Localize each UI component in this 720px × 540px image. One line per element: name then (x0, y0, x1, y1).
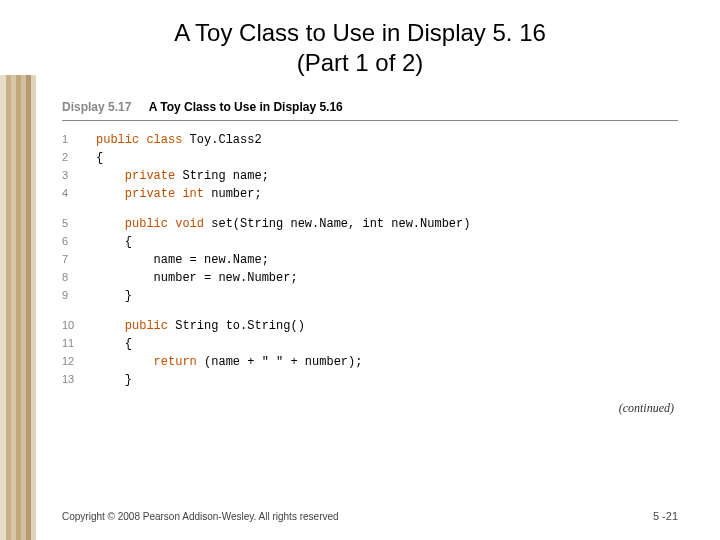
line-number: 8 (62, 269, 96, 287)
slide-title: A Toy Class to Use in Display 5. 16 (Par… (0, 0, 720, 78)
code-text: private String name; (96, 167, 269, 185)
code-text: } (96, 371, 132, 389)
keyword: public void (125, 217, 204, 231)
title-line-1: A Toy Class to Use in Display 5. 16 (174, 19, 546, 46)
code-text: { (96, 335, 132, 353)
code-line: 1public class Toy.Class2 (62, 131, 678, 149)
code-line: 8 number = new.Number; (62, 269, 678, 287)
code-line: 5 public void set(String new.Name, int n… (62, 215, 678, 233)
code-text: number = new.Number; (96, 269, 298, 287)
code-block: 1public class Toy.Class22{3 private Stri… (62, 131, 678, 203)
code-text: } (96, 287, 132, 305)
code-text: public void set(String new.Name, int new… (96, 215, 470, 233)
line-number: 9 (62, 287, 96, 305)
keyword: public class (96, 133, 182, 147)
line-number: 10 (62, 317, 96, 335)
line-number: 12 (62, 353, 96, 371)
code-text: public String to.String() (96, 317, 305, 335)
code-block: 5 public void set(String new.Name, int n… (62, 215, 678, 305)
line-number: 1 (62, 131, 96, 149)
code-block: 10 public String to.String()11 {12 retur… (62, 317, 678, 389)
line-number: 13 (62, 371, 96, 389)
title-line-2: (Part 1 of 2) (297, 49, 424, 76)
line-number: 6 (62, 233, 96, 251)
display-box: Display 5.17 A Toy Class to Use in Displ… (62, 100, 678, 416)
line-number: 2 (62, 149, 96, 167)
keyword: private int (125, 187, 204, 201)
code-line: 3 private String name; (62, 167, 678, 185)
code-line: 4 private int number; (62, 185, 678, 203)
code-text: { (96, 233, 132, 251)
code-line: 13 } (62, 371, 678, 389)
display-title: A Toy Class to Use in Display 5.16 (149, 100, 343, 114)
line-number: 7 (62, 251, 96, 269)
line-number: 4 (62, 185, 96, 203)
copyright-text: Copyright © 2008 Pearson Addison-Wesley.… (62, 511, 339, 522)
code-line: 6 { (62, 233, 678, 251)
code-line: 10 public String to.String() (62, 317, 678, 335)
display-number: Display 5.17 (62, 100, 131, 114)
code-text: { (96, 149, 103, 167)
code-line: 9 } (62, 287, 678, 305)
continued-label: (continued) (62, 401, 678, 416)
code-text: return (name + " " + number); (96, 353, 362, 371)
code-line: 11 { (62, 335, 678, 353)
page-number: 5 -21 (653, 510, 678, 522)
code-line: 2{ (62, 149, 678, 167)
keyword: public (125, 319, 168, 333)
code-line: 12 return (name + " " + number); (62, 353, 678, 371)
code-text: name = new.Name; (96, 251, 269, 269)
line-number: 11 (62, 335, 96, 353)
code-text: public class Toy.Class2 (96, 131, 262, 149)
code-line: 7 name = new.Name; (62, 251, 678, 269)
sidebar-stripes (0, 75, 36, 540)
code-listing: 1public class Toy.Class22{3 private Stri… (62, 131, 678, 389)
code-text: private int number; (96, 185, 262, 203)
line-number: 3 (62, 167, 96, 185)
line-number: 5 (62, 215, 96, 233)
keyword: private (125, 169, 175, 183)
keyword: return (154, 355, 197, 369)
display-header: Display 5.17 A Toy Class to Use in Displ… (62, 100, 678, 121)
